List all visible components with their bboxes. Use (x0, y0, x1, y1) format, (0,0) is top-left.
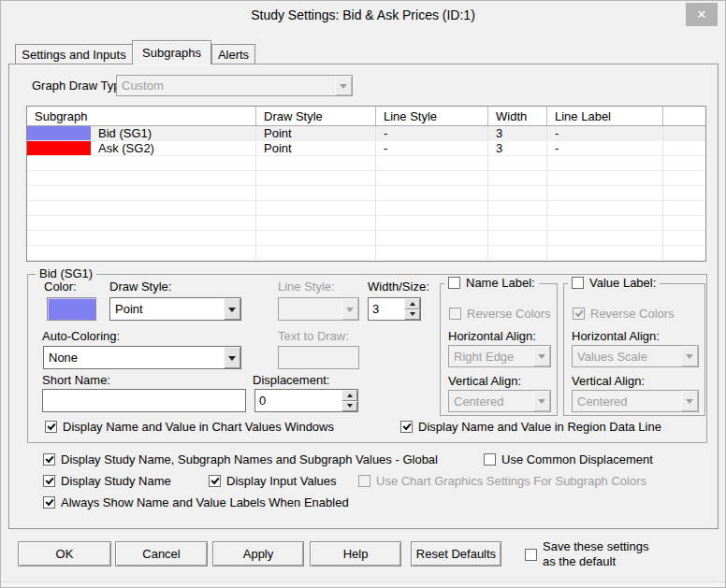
reset-defaults-button[interactable]: Reset Defaults (411, 541, 501, 566)
save-as-default-checkbox[interactable]: Save these settings as the default (525, 538, 648, 570)
button-label: Apply (243, 547, 274, 561)
cancel-button[interactable]: Cancel (115, 541, 208, 566)
checkbox-label: Save these settings as the default (543, 539, 648, 569)
close-icon: ✕ (697, 7, 707, 22)
button-label: OK (56, 547, 74, 561)
help-button[interactable]: Help (310, 541, 401, 566)
button-label: Help (343, 547, 369, 561)
tab-subgraphs[interactable]: Subgraphs (132, 40, 211, 65)
tab-label: Subgraphs (142, 46, 201, 60)
dialog-title: Study Settings: Bid & Ask Prices (ID:1) (1, 7, 725, 22)
subgraphs-tab-page (8, 64, 719, 529)
ok-button[interactable]: OK (18, 541, 111, 566)
tab-settings-and-inputs[interactable]: Settings and Inputs (15, 44, 133, 64)
dialog-bottom-edge (1, 581, 725, 588)
close-button[interactable]: ✕ (686, 3, 718, 26)
save-default-line2: as the default (543, 554, 648, 569)
button-label: Reset Defaults (416, 547, 496, 561)
study-settings-dialog: Study Settings: Bid & Ask Prices (ID:1) … (0, 0, 726, 588)
checkbox-icon (525, 549, 537, 561)
tab-alerts[interactable]: Alerts (211, 44, 255, 64)
tab-label: Alerts (218, 48, 249, 62)
save-default-line1: Save these settings (543, 539, 648, 554)
titlebar: Study Settings: Bid & Ask Prices (ID:1) … (1, 1, 725, 29)
tab-label: Settings and Inputs (22, 48, 125, 62)
button-label: Cancel (142, 547, 180, 561)
apply-button[interactable]: Apply (212, 541, 304, 566)
